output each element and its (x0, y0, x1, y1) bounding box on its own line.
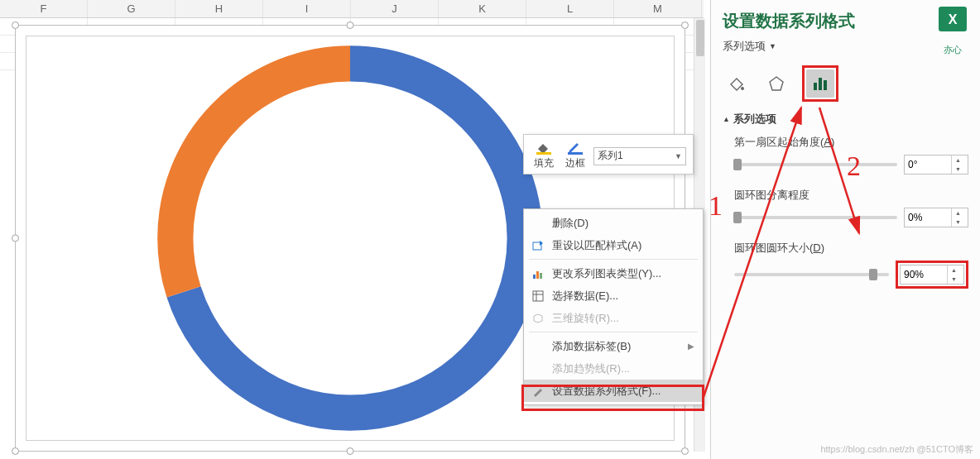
svg-rect-15 (824, 80, 827, 90)
submenu-arrow-icon: ▶ (688, 342, 694, 351)
spin-down-icon[interactable]: ▼ (948, 275, 960, 284)
format-category-tabs (723, 65, 968, 102)
fill-label: 填充 (534, 156, 554, 170)
reset-icon (531, 240, 545, 251)
menu-add-trendline: 添加趋势线(R)... (524, 357, 703, 380)
svg-rect-13 (814, 83, 817, 90)
first-slice-angle-label: 第一扇区起始角度(A) (734, 135, 968, 150)
pen-icon (567, 141, 584, 155)
section-series-options[interactable]: ▲ 系列选项 (723, 112, 968, 127)
hole-size-label: 圆环图圆环大小(D) (734, 241, 968, 256)
svg-rect-7 (540, 273, 542, 279)
spin-down-icon[interactable]: ▼ (952, 218, 964, 227)
col-header[interactable]: J (351, 0, 439, 17)
menu-separator (529, 332, 698, 332)
outline-button[interactable]: 边框 (562, 140, 588, 172)
resize-handle[interactable] (347, 447, 354, 455)
collapse-triangle-icon: ▲ (723, 115, 730, 123)
menu-add-data-labels[interactable]: 添加数据标签(B) ▶ (524, 335, 703, 357)
spin-up-icon[interactable]: ▲ (948, 265, 960, 275)
menu-format-data-series[interactable]: 设置数据系列格式(F)... (524, 380, 703, 402)
spinner[interactable]: ▲▼ (951, 208, 964, 227)
resize-handle[interactable] (681, 22, 689, 29)
hole-size-input[interactable]: ▲▼ (900, 265, 964, 284)
resize-handle[interactable] (12, 235, 19, 242)
chart-icon (531, 268, 545, 280)
col-header[interactable]: F (0, 0, 88, 17)
section-label: 系列选项 (733, 112, 776, 127)
svg-point-11 (741, 87, 744, 90)
cube-icon (531, 313, 545, 324)
menu-separator (529, 259, 698, 260)
resize-handle[interactable] (12, 447, 19, 455)
chevron-down-icon: ▼ (769, 42, 776, 50)
excel-logo: X 亦心 (934, 3, 972, 41)
resize-handle[interactable] (681, 447, 689, 455)
menu-3d-rotate: 三维旋转(R)... (524, 307, 703, 329)
dropdown-label: 系列选项 (723, 39, 766, 54)
spin-up-icon[interactable]: ▲ (952, 155, 964, 165)
paint-bucket-icon (728, 74, 746, 93)
logo-caption: 亦心 (934, 44, 972, 56)
annotation-box: ▲▼ (896, 261, 968, 289)
series-selector-value: 系列1 (598, 149, 623, 163)
menu-reset-style[interactable]: 重设以匹配样式(A) (524, 234, 703, 256)
menu-label: 更改系列图表类型(Y)... (552, 266, 661, 281)
slider-thumb[interactable] (733, 212, 742, 223)
first-slice-angle-field[interactable] (905, 159, 951, 170)
col-header[interactable]: I (263, 0, 351, 17)
resize-handle[interactable] (347, 22, 354, 29)
svg-rect-5 (533, 275, 536, 279)
menu-label: 设置数据系列格式(F)... (552, 384, 661, 399)
col-header[interactable]: M (614, 0, 702, 17)
menu-delete[interactable]: 删除(D) (524, 212, 703, 234)
resize-handle[interactable] (12, 22, 19, 29)
column-headers: F G H I J K L M (0, 0, 704, 18)
svg-rect-14 (819, 78, 822, 90)
spinner[interactable]: ▲▼ (951, 155, 964, 174)
table-icon (531, 290, 545, 302)
explosion-slider[interactable] (734, 216, 897, 219)
svg-text:X: X (949, 12, 958, 26)
svg-rect-2 (536, 152, 551, 155)
menu-label: 添加趋势线(R)... (552, 361, 630, 376)
first-slice-angle-input[interactable]: ▲▼ (904, 155, 968, 175)
pentagon-icon (767, 74, 785, 93)
spin-up-icon[interactable]: ▲ (952, 208, 964, 218)
outline-label: 边框 (565, 156, 585, 170)
effects-tab[interactable] (762, 69, 790, 98)
scrollbar-thumb[interactable] (696, 20, 704, 56)
fill-line-tab[interactable] (723, 69, 751, 98)
menu-label: 选择数据(E)... (552, 289, 618, 304)
col-header[interactable]: G (88, 0, 175, 17)
hole-size-slider[interactable] (734, 273, 889, 276)
doughnut-chart[interactable] (151, 40, 549, 437)
series-selector[interactable]: 系列1 ▼ (593, 147, 686, 165)
col-header[interactable]: L (526, 0, 614, 17)
col-header[interactable]: H (175, 0, 263, 17)
slider-thumb[interactable] (869, 269, 877, 280)
annotation-number-2: 2 (847, 151, 861, 182)
svg-rect-3 (568, 152, 583, 155)
col-header[interactable]: K (439, 0, 526, 17)
menu-change-chart-type[interactable]: 更改系列图表类型(Y)... (524, 262, 703, 284)
bar-chart-icon (811, 74, 829, 93)
explosion-field[interactable] (905, 212, 951, 223)
series-options-tab[interactable] (806, 69, 834, 98)
slider-thumb[interactable] (733, 159, 742, 170)
spinner[interactable]: ▲▼ (947, 265, 960, 284)
menu-label: 删除(D) (552, 216, 588, 231)
format-icon (531, 385, 545, 397)
fill-button[interactable]: 填充 (531, 140, 557, 172)
first-slice-angle-slider[interactable] (734, 163, 897, 166)
watermark: https://blog.csdn.net/zh @51CTO博客 (820, 443, 973, 456)
hole-size-field[interactable] (901, 269, 947, 280)
explosion-row: 圆环图分离程度 ▲▼ (734, 188, 968, 227)
explosion-input[interactable]: ▲▼ (904, 208, 968, 227)
spin-down-icon[interactable]: ▼ (952, 165, 964, 174)
menu-label: 重设以匹配样式(A) (552, 238, 641, 253)
svg-marker-12 (770, 77, 783, 90)
series-options-dropdown[interactable]: 系列选项 ▼ (723, 39, 968, 54)
menu-select-data[interactable]: 选择数据(E)... (524, 284, 703, 307)
pane-title: 设置数据系列格式 (723, 10, 968, 32)
